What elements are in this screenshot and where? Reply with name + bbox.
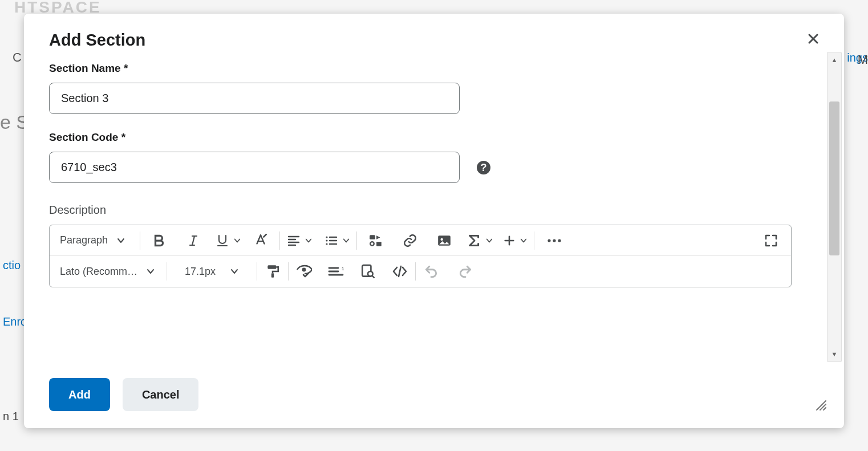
svg-rect-13 xyxy=(267,265,276,269)
section-code-field: Section Code * ? xyxy=(49,131,819,183)
svg-rect-14 xyxy=(271,273,274,278)
text-color-icon xyxy=(253,233,268,248)
chevron-down-icon xyxy=(234,237,241,244)
text-color-button[interactable] xyxy=(249,229,273,253)
chevron-down-icon xyxy=(486,237,493,244)
svg-point-15 xyxy=(302,268,306,272)
source-code-button[interactable] xyxy=(388,259,412,283)
svg-rect-7 xyxy=(376,242,382,246)
ellipsis-icon xyxy=(546,238,562,243)
undo-icon xyxy=(424,264,439,279)
redo-icon xyxy=(458,264,473,279)
svg-point-6 xyxy=(370,242,374,246)
underline-button[interactable] xyxy=(216,229,241,253)
dialog-title: Add Section xyxy=(49,31,819,50)
section-name-input[interactable] xyxy=(49,83,460,114)
scroll-up-button[interactable]: ▲ xyxy=(828,52,841,67)
scroll-down-button[interactable]: ▼ xyxy=(828,347,841,361)
insert-stuff-icon xyxy=(368,233,383,248)
dialog-body: Section Name * Section Code * ? Descript… xyxy=(24,50,844,364)
description-label: Description xyxy=(49,204,819,217)
sigma-icon xyxy=(467,233,481,248)
section-name-label: Section Name * xyxy=(49,62,819,75)
accessibility-check-button[interactable] xyxy=(292,259,316,283)
scroll-thumb[interactable] xyxy=(829,101,839,255)
add-section-dialog: Add Section Section Name * Section Code … xyxy=(24,14,844,428)
scroll-track[interactable] xyxy=(828,67,841,347)
section-code-label-text: Section Code xyxy=(49,131,118,143)
editor-toolbar-row-1: Paragraph xyxy=(50,225,791,256)
close-icon xyxy=(808,33,819,44)
svg-point-2 xyxy=(326,236,327,238)
more-actions-button[interactable] xyxy=(542,229,566,253)
format-painter-button[interactable] xyxy=(261,259,285,283)
chevron-down-icon xyxy=(343,237,350,244)
chevron-down-icon xyxy=(230,267,238,275)
svg-point-11 xyxy=(553,239,555,242)
plus-icon xyxy=(503,234,516,247)
redo-button[interactable] xyxy=(453,259,477,283)
bold-button[interactable] xyxy=(147,229,171,253)
align-button[interactable] xyxy=(287,229,312,253)
svg-point-9 xyxy=(441,238,443,240)
resize-grip-icon xyxy=(814,399,827,411)
bullet-list-icon xyxy=(325,234,338,247)
background-char-m: M xyxy=(858,52,868,67)
chevron-down-icon xyxy=(520,237,527,244)
expand-icon xyxy=(764,234,778,247)
italic-button[interactable] xyxy=(181,229,205,253)
resize-handle[interactable] xyxy=(814,399,827,411)
paragraph-format-label: Paragraph xyxy=(60,234,108,246)
paragraph-format-dropdown[interactable]: Paragraph xyxy=(53,229,136,253)
section-name-label-text: Section Name xyxy=(49,62,121,74)
background-char-c: C xyxy=(13,50,22,65)
fullscreen-button[interactable] xyxy=(759,229,783,253)
dialog-header: Add Section xyxy=(24,14,844,50)
chevron-down-icon xyxy=(117,237,125,245)
close-button[interactable] xyxy=(805,31,821,47)
svg-rect-5 xyxy=(370,235,375,239)
section-code-input[interactable] xyxy=(49,152,460,183)
add-button[interactable]: Add xyxy=(49,378,110,411)
chevron-down-icon xyxy=(305,237,312,244)
background-link-enro: Enro xyxy=(3,315,27,328)
page-search-icon xyxy=(360,264,375,279)
svg-point-12 xyxy=(558,239,561,242)
word-count-button[interactable]: 123 xyxy=(324,259,348,283)
insert-stuff-button[interactable] xyxy=(364,229,388,253)
required-asterisk: * xyxy=(124,62,128,74)
preview-button[interactable] xyxy=(356,259,380,283)
help-icon: ? xyxy=(476,160,491,175)
svg-point-4 xyxy=(326,243,327,245)
link-icon xyxy=(403,233,417,248)
font-family-dropdown[interactable]: Lato (Recomm… xyxy=(53,259,163,283)
font-family-label: Lato (Recomm… xyxy=(60,266,137,278)
section-code-label: Section Code * xyxy=(49,131,819,144)
image-icon xyxy=(437,233,452,248)
italic-icon xyxy=(186,234,200,247)
section-code-help-button[interactable]: ? xyxy=(476,160,492,176)
word-count-icon: 123 xyxy=(328,265,344,278)
font-size-dropdown[interactable]: 17.1px xyxy=(170,259,253,283)
background-link-ctio: ctio xyxy=(3,259,21,272)
rich-text-editor: Paragraph xyxy=(49,225,792,287)
align-left-icon xyxy=(287,234,301,247)
insert-more-button[interactable] xyxy=(503,229,527,253)
list-button[interactable] xyxy=(325,229,350,253)
chevron-down-icon xyxy=(147,267,155,275)
insert-image-button[interactable] xyxy=(432,229,456,253)
paint-roller-icon xyxy=(265,264,280,279)
undo-button[interactable] xyxy=(419,259,443,283)
eye-check-icon xyxy=(296,264,312,279)
dialog-footer: Add Cancel xyxy=(24,364,844,428)
svg-point-10 xyxy=(547,239,550,242)
bold-icon xyxy=(152,233,167,248)
editor-toolbar-row-2: Lato (Recomm… 17.1px 123 xyxy=(50,256,791,287)
background-n1: n 1 xyxy=(3,410,19,423)
required-asterisk: * xyxy=(121,131,125,143)
cancel-button[interactable]: Cancel xyxy=(123,378,199,411)
dialog-scrollbar[interactable]: ▲ ▼ xyxy=(827,52,842,362)
font-size-label: 17.1px xyxy=(185,266,216,278)
insert-link-button[interactable] xyxy=(398,229,422,253)
equation-button[interactable] xyxy=(467,229,493,253)
